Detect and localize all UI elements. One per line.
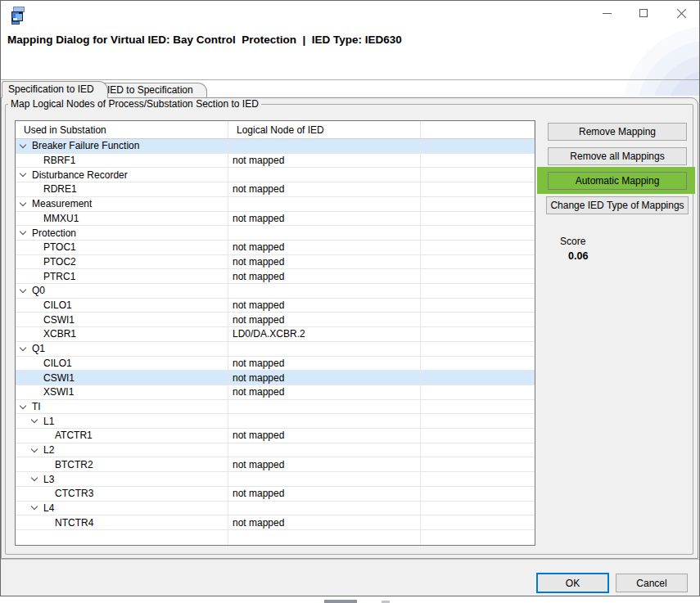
table-row[interactable]: ATCTR1not mapped (16, 429, 535, 443)
row-label-cell: PTOC2 (16, 255, 228, 269)
column-header-empty[interactable] (421, 121, 535, 138)
row-extra-cell (421, 182, 535, 196)
chevron-down-icon[interactable] (20, 290, 32, 292)
chevron-down-icon[interactable] (20, 203, 32, 205)
row-label-cell: PTRC1 (16, 269, 228, 283)
table-row[interactable]: CSWI1not mapped (16, 371, 535, 385)
table-row[interactable]: PTRC1not mapped (16, 269, 535, 284)
table-row[interactable]: BTCTR2not mapped (16, 457, 535, 472)
row-extra-cell (421, 327, 535, 341)
table-row[interactable]: XCBR1LD0/DA.XCBR.2 (16, 327, 535, 342)
table-row[interactable]: Measurement (16, 197, 535, 212)
chevron-down-icon[interactable] (20, 173, 32, 176)
ok-button[interactable]: OK (536, 573, 609, 593)
tab-page: Map Logical Nodes of Process/Substation … (1, 97, 698, 559)
row-label-cell: CILO1 (16, 299, 228, 313)
row-label-cell: BTCTR2 (16, 457, 228, 471)
banner-separator (1, 79, 699, 80)
mapping-dialog-window: Mapping Dialog for Virtual IED: Bay Cont… (0, 0, 700, 596)
table-row[interactable]: PTOC2not mapped (16, 255, 535, 270)
table-row[interactable]: L4 (16, 502, 535, 516)
row-extra-cell (421, 226, 535, 240)
table-row[interactable]: NTCTR4not mapped (16, 515, 535, 530)
row-mapping-value (228, 472, 421, 486)
column-header-logical-node-of-ied[interactable]: Logical Node of IED (228, 121, 421, 138)
table-row[interactable]: XSWI1not mapped (16, 385, 535, 400)
table-row[interactable]: CILO1not mapped (16, 299, 535, 313)
table-row[interactable]: MMXU1not mapped (16, 212, 535, 227)
row-extra-cell (421, 472, 535, 486)
row-label-cell: MMXU1 (16, 212, 228, 226)
chevron-down-icon[interactable] (20, 348, 32, 350)
table-row[interactable]: L1 (16, 414, 535, 429)
change-ied-type-button[interactable]: Change IED Type of Mappings (546, 196, 689, 214)
cancel-button[interactable]: Cancel (616, 574, 688, 592)
table-row[interactable]: TI (16, 400, 535, 415)
row-extra-cell (421, 502, 535, 515)
chevron-down-icon[interactable] (31, 449, 43, 452)
background-artifact (324, 600, 357, 603)
column-header-used-in-substation[interactable]: Used in Substation (16, 121, 228, 138)
row-label-cell: L4 (16, 502, 228, 515)
table-row[interactable]: L2 (16, 443, 535, 458)
table-row[interactable]: RBRF1not mapped (16, 154, 535, 169)
row-mapping-value (228, 226, 421, 240)
app-icon (11, 7, 26, 25)
chevron-down-icon[interactable] (20, 406, 32, 408)
row-mapping-value: not mapped (228, 429, 421, 443)
score-label: Score (560, 236, 585, 247)
row-mapping-value: not mapped (228, 313, 421, 326)
row-label: PTRC1 (43, 271, 75, 282)
row-mapping-value (228, 168, 421, 182)
row-label: NTCTR4 (55, 517, 93, 529)
row-extra-cell (421, 487, 535, 501)
table-row[interactable]: CTCTR3not mapped (16, 487, 535, 502)
table-row[interactable]: Q1 (16, 342, 535, 357)
tab-specification-to-ied[interactable]: Specification to IED (2, 81, 108, 98)
row-extra-cell (421, 385, 535, 399)
row-label: CSWI1 (43, 372, 75, 384)
table-row[interactable]: Q0 (16, 284, 535, 299)
dialog-button-bar: OK Cancel (1, 559, 699, 596)
row-label: Breaker Failure Function (32, 140, 139, 151)
chevron-down-icon[interactable] (31, 420, 43, 422)
row-mapping-value: not mapped (228, 357, 421, 371)
row-mapping-value (228, 197, 421, 211)
table-row[interactable] (16, 530, 535, 545)
chevron-down-icon[interactable] (31, 478, 43, 480)
row-mapping-value (228, 530, 421, 545)
table-row[interactable]: RDRE1not mapped (16, 182, 535, 197)
row-label-cell: L2 (16, 443, 228, 457)
row-mapping-value (228, 414, 421, 428)
minimize-button[interactable] (594, 4, 620, 22)
remove-all-mappings-button[interactable]: Remove all Mappings (548, 147, 687, 165)
remove-mapping-button[interactable]: Remove Mapping (548, 123, 687, 141)
table-row[interactable]: CILO1not mapped (16, 357, 535, 371)
desktop-background-strip (0, 596, 700, 603)
tab-ied-to-specification[interactable]: IED to Specification (101, 83, 207, 97)
close-button[interactable] (668, 4, 694, 22)
row-mapping-value: not mapped (228, 487, 421, 501)
maximize-button[interactable] (630, 4, 657, 22)
row-mapping-value (228, 342, 421, 356)
chevron-down-icon[interactable] (20, 232, 32, 234)
automatic-mapping-button[interactable]: Automatic Mapping (548, 172, 687, 190)
row-extra-cell (421, 284, 535, 298)
table-row[interactable]: PTOC1not mapped (16, 241, 535, 255)
close-icon (676, 8, 687, 19)
row-label: RDRE1 (43, 183, 77, 195)
chevron-down-icon[interactable] (31, 506, 43, 509)
table-row[interactable]: Protection (16, 226, 535, 241)
table-row[interactable]: L3 (16, 472, 535, 487)
row-label-cell: PTOC1 (16, 241, 228, 254)
table-row[interactable]: CSWI1not mapped (16, 313, 535, 327)
row-extra-cell (421, 457, 535, 471)
groupbox-label: Map Logical Nodes of Process/Substation … (8, 98, 261, 110)
table-row[interactable]: Breaker Failure Function (16, 139, 535, 154)
row-label: Measurement (32, 198, 92, 209)
table-row[interactable]: Disturbance Recorder (16, 168, 535, 182)
row-label: XSWI1 (43, 386, 74, 398)
row-label: CTCTR3 (55, 488, 93, 499)
chevron-down-icon[interactable] (20, 145, 32, 147)
row-mapping-value: not mapped (228, 299, 421, 313)
